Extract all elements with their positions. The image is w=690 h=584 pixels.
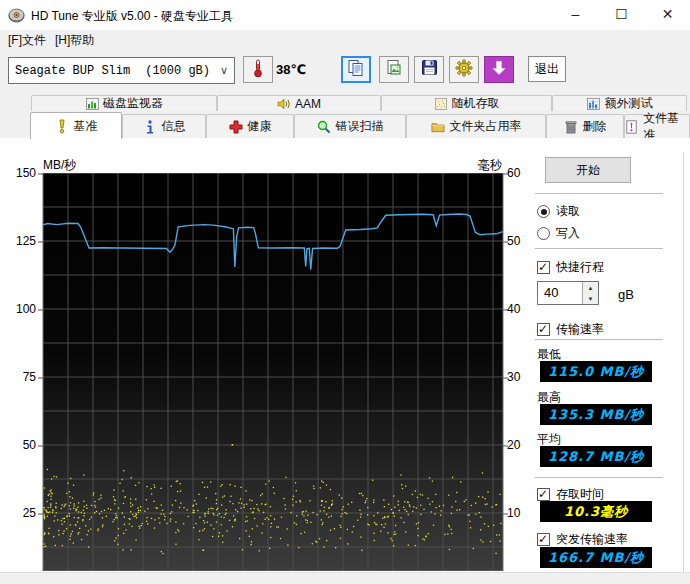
short-stroke-value: 40 [544,285,558,300]
extra-tests-icon [587,97,601,111]
checkbox-icon [537,488,550,501]
folder-usage-icon [431,120,445,134]
tab-file-benchmark[interactable]: 文件基准 [624,114,690,138]
tab-label: 错误扫描 [336,118,384,135]
drive-capacity: (1000 gB) [145,64,214,78]
avg-speed-display: 128.7 MB/秒 [540,446,652,467]
separator [535,193,663,194]
tab-label: 信息 [162,118,186,135]
trash-icon [564,120,578,134]
access-time-display: 10.3毫秒 [540,501,652,522]
short-stroke-label: 快捷行程 [556,259,604,276]
tab-row-primary: 基准 信息 健康 [0,112,690,139]
exit-button[interactable]: 退出 [528,56,566,82]
tab-benchmark[interactable]: 基准 [30,112,122,139]
short-stroke-stepper[interactable]: 40 ▲ ▼ [537,281,599,305]
tab-error-scan[interactable]: 错误扫描 [294,114,406,138]
download-button[interactable] [484,56,514,83]
right-tick-label: 30 [507,370,537,384]
panel-border [683,152,684,576]
speaker-icon [277,97,291,111]
left-tick-label: 100 [6,302,36,316]
separator [535,477,663,478]
write-radio-label: 写入 [556,225,580,242]
health-icon [229,120,243,134]
right-tick-label: 50 [507,234,537,248]
temperature-button[interactable] [243,56,273,83]
menu-bar: [F]文件 [H]帮助 [0,30,690,48]
read-radio-label: 读取 [556,203,580,220]
gear-icon [455,59,473,81]
left-tick-label: 125 [6,234,36,248]
minimize-button[interactable]: – [553,0,598,30]
burst-rate-checkbox[interactable]: 突发传输速率 [537,531,628,548]
drive-select-dropdown[interactable]: Seagate BUP Slim (1000 gB) ∨ [8,57,235,84]
drive-name: Seagate BUP Slim [9,64,145,78]
tab-label: 文件夹占用率 [450,118,522,135]
copy-icon [347,59,365,81]
tab-health[interactable]: 健康 [206,114,294,138]
right-tick-label: 40 [507,302,537,316]
menu-help[interactable]: [H]帮助 [55,32,94,49]
tab-label: 磁盘监视器 [103,95,163,112]
menu-file[interactable]: [F]文件 [8,32,46,49]
tab-erase[interactable]: 删除 [546,114,624,138]
toolbar: Seagate BUP Slim (1000 gB) ∨ 38℃ [0,48,690,96]
disk-monitor-icon [85,97,99,111]
tab-random-access[interactable]: 随机存取 [381,95,552,111]
app-icon [8,7,25,24]
tab-aam[interactable]: AAM [217,95,381,111]
floppy-disk-icon [421,59,438,80]
checkbox-icon [537,533,550,546]
short-stroke-unit: gB [618,287,634,302]
info-icon [143,120,157,134]
separator [535,339,663,340]
left-tick-label: 150 [6,166,36,180]
write-radio[interactable]: 写入 [537,225,580,242]
burst-rate-label: 突发传输速率 [556,531,628,548]
checkbox-icon [537,261,550,274]
right-axis-title: 毫秒 [470,157,502,174]
stepper-buttons: ▲ ▼ [582,282,598,304]
tab-label: 基准 [74,118,98,135]
right-tick-label: 10 [507,506,537,520]
chevron-down-icon: ∨ [214,64,234,77]
tab-disk-monitor[interactable]: 磁盘监视器 [31,95,217,111]
right-tick-label: 60 [507,166,537,180]
benchmark-chart [38,173,508,571]
stepper-down-icon[interactable]: ▼ [583,293,598,304]
left-tick-label: 75 [6,370,36,384]
tab-folder-usage[interactable]: 文件夹占用率 [406,114,546,138]
copy-button[interactable] [341,56,371,83]
max-speed-display: 135.3 MB/秒 [540,404,652,425]
start-button[interactable]: 开始 [545,157,631,183]
burst-rate-display: 166.7 MB/秒 [540,547,652,568]
file-benchmark-icon [625,120,638,134]
min-speed-display: 115.0 MB/秒 [540,361,652,382]
transfer-rate-checkbox[interactable]: 传输速率 [537,321,604,338]
title-bar: HD Tune 专业版 v5.00 - 硬盘专业工具 – ☐ ✕ [0,0,690,30]
right-tick-label: 20 [507,438,537,452]
hdtune-window: HD Tune 专业版 v5.00 - 硬盘专业工具 – ☐ ✕ [F]文件 [… [0,0,690,584]
save-button[interactable] [414,56,444,83]
save-image-button[interactable] [379,56,409,83]
tab-label: 删除 [583,118,607,135]
read-radio[interactable]: 读取 [537,203,580,220]
thermometer-icon [252,58,264,82]
maximize-button[interactable]: ☐ [599,0,644,30]
tab-label: 随机存取 [452,95,500,112]
radio-icon [537,205,550,218]
short-stroke-checkbox[interactable]: 快捷行程 [537,259,604,276]
temperature-value: 38℃ [276,62,306,77]
error-scan-icon [317,120,331,134]
tab-label: 健康 [248,118,272,135]
tab-row-secondary: 磁盘监视器 AAM 随机存取 [0,95,690,112]
tab-label: AAM [295,97,321,111]
benchmark-icon [55,119,69,133]
tab-info[interactable]: 信息 [122,114,206,138]
image-file-icon [385,59,403,81]
close-button[interactable]: ✕ [645,0,690,30]
radio-icon [537,227,550,240]
down-arrow-icon [491,60,507,80]
options-button[interactable] [449,56,479,83]
